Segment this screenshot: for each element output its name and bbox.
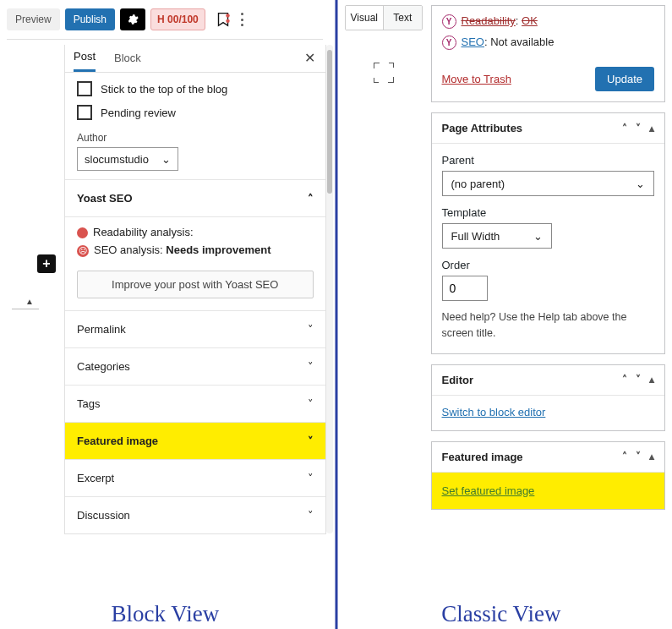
template-select[interactable]: Full Width⌄ xyxy=(442,223,552,249)
order-label: Order xyxy=(442,259,655,271)
divider xyxy=(12,309,39,309)
seo-link[interactable]: SEO xyxy=(462,36,484,48)
chevron-up-icon[interactable]: ˄ xyxy=(622,451,627,462)
move-to-trash-link[interactable]: Move to Trash xyxy=(442,73,511,85)
panel-permalink[interactable]: Permalink˅ xyxy=(65,311,325,348)
panel-categories[interactable]: Categories˅ xyxy=(65,348,325,386)
publish-metabox: YReadability: OK YSEO: Not available Mov… xyxy=(431,5,666,102)
help-text: Need help? Use the Help tab above the sc… xyxy=(442,309,655,342)
parent-select[interactable]: (no parent)⌄ xyxy=(442,171,655,196)
sticky-label: Stick to the top of the blog xyxy=(101,83,227,96)
divider xyxy=(335,0,337,629)
switch-editor-link[interactable]: Switch to block editor xyxy=(442,406,546,418)
chevron-up-icon: ˄ xyxy=(308,192,314,205)
chevron-down-icon: ˅ xyxy=(308,435,314,447)
tab-post[interactable]: Post xyxy=(74,50,96,72)
settings-button[interactable] xyxy=(120,8,145,30)
metabox-title: Page Attributes xyxy=(442,122,523,134)
svg-point-1 xyxy=(226,19,229,23)
readability-label: Readability analysis: xyxy=(93,226,194,238)
editor-mode-tabs: Visual Text xyxy=(345,5,423,30)
panel-title: Featured image xyxy=(77,435,158,447)
collapse-icon[interactable]: ▴ xyxy=(649,451,654,462)
sad-face-icon: ☹ xyxy=(77,245,89,257)
order-input[interactable] xyxy=(442,276,488,301)
editor-metabox: Editor ˄˅▴ Switch to block editor xyxy=(431,364,666,431)
parent-label: Parent xyxy=(442,154,655,167)
chevron-down-icon[interactable]: ˅ xyxy=(636,123,641,134)
collapse-icon[interactable]: ▴ xyxy=(649,123,654,134)
add-block-button[interactable]: + xyxy=(37,254,56,273)
pending-checkbox[interactable] xyxy=(77,105,92,120)
panel-title: Excerpt xyxy=(77,472,114,484)
preview-button[interactable]: Preview xyxy=(7,8,60,30)
chevron-down-icon: ˅ xyxy=(308,472,314,484)
heading-score-button[interactable]: H 00/100 xyxy=(150,8,205,30)
seo-value: Not available xyxy=(490,36,554,48)
page-attributes-metabox: Page Attributes ˄˅▴ Parent (no parent)⌄ … xyxy=(431,112,666,354)
readability-value: OK xyxy=(522,14,538,27)
panel-title: Discussion xyxy=(77,509,130,522)
scrollbar[interactable] xyxy=(326,45,333,533)
status-dot-red-icon xyxy=(77,227,88,238)
improve-yoast-button[interactable]: Improve your post with Yoast SEO xyxy=(77,271,314,298)
panel-tags[interactable]: Tags˅ xyxy=(65,386,325,423)
yoast-traffic-light-icon[interactable] xyxy=(214,10,232,29)
panel-title: Yoast SEO xyxy=(77,192,133,205)
collapse-icon: ▲ xyxy=(25,297,34,306)
chevron-down-icon: ⌄ xyxy=(533,230,543,243)
sticky-checkbox[interactable] xyxy=(77,81,92,96)
panel-title: Permalink xyxy=(77,323,126,336)
caption-left: Block View xyxy=(112,601,220,627)
chevron-down-icon[interactable]: ˅ xyxy=(636,451,641,462)
author-value: slocumstudio xyxy=(85,153,149,166)
seo-analysis-value: Needs improvement xyxy=(166,243,270,256)
yoast-logo-icon: Y xyxy=(442,14,456,29)
update-button[interactable]: Update xyxy=(595,67,654,91)
chevron-up-icon[interactable]: ˄ xyxy=(622,123,627,134)
more-menu-button[interactable] xyxy=(241,13,244,26)
chevron-down-icon: ˅ xyxy=(308,509,314,522)
panel-title: Categories xyxy=(77,360,130,373)
metabox-title: Editor xyxy=(442,374,474,386)
template-label: Template xyxy=(442,206,655,219)
fullscreen-icon[interactable] xyxy=(375,64,392,81)
tab-block[interactable]: Block xyxy=(114,52,141,71)
block-toolbar: Preview Publish H 00/100 xyxy=(7,5,323,40)
panel-excerpt[interactable]: Excerpt˅ xyxy=(65,460,325,497)
caption-right: Classic View xyxy=(441,601,560,627)
tab-visual[interactable]: Visual xyxy=(346,6,385,30)
chevron-down-icon: ⌄ xyxy=(636,178,645,190)
panel-featured-image[interactable]: Featured image˅ xyxy=(65,423,325,460)
pending-label: Pending review xyxy=(101,107,176,119)
chevron-down-icon: ˅ xyxy=(308,360,314,373)
metabox-title: Featured image xyxy=(442,451,523,463)
close-icon[interactable]: ✕ xyxy=(304,50,315,66)
set-featured-image-link[interactable]: Set featured image xyxy=(442,484,535,497)
gear-icon xyxy=(127,14,139,25)
readability-link[interactable]: Readability xyxy=(462,14,516,27)
chevron-up-icon[interactable]: ˄ xyxy=(622,374,627,386)
chevron-down-icon[interactable]: ˅ xyxy=(636,374,641,386)
template-value: Full Width xyxy=(451,230,500,243)
panel-yoast-seo[interactable]: Yoast SEO ˄ xyxy=(65,180,325,217)
featured-image-metabox: Featured image ˄˅▴ Set featured image xyxy=(431,441,666,510)
svg-point-0 xyxy=(226,14,229,17)
collapse-icon[interactable]: ▴ xyxy=(649,374,654,386)
yoast-body: Readability analysis: ☹SEO analysis: Nee… xyxy=(65,217,325,311)
author-label: Author xyxy=(77,132,314,144)
publish-button[interactable]: Publish xyxy=(65,8,115,30)
chevron-down-icon: ˅ xyxy=(308,397,314,410)
yoast-logo-icon: Y xyxy=(442,36,456,50)
panel-title: Tags xyxy=(77,397,100,410)
chevron-down-icon: ⌄ xyxy=(161,153,171,166)
sidebar-tabs: Post Block ✕ xyxy=(65,45,325,73)
status-section: Stick to the top of the blog Pending rev… xyxy=(65,73,325,180)
tab-text[interactable]: Text xyxy=(384,6,422,30)
chevron-down-icon: ˅ xyxy=(308,323,314,336)
panel-discussion[interactable]: Discussion˅ xyxy=(65,497,325,533)
seo-analysis-label: SEO analysis: xyxy=(94,243,163,256)
parent-value: (no parent) xyxy=(451,178,505,190)
author-select[interactable]: slocumstudio ⌄ xyxy=(77,147,178,171)
